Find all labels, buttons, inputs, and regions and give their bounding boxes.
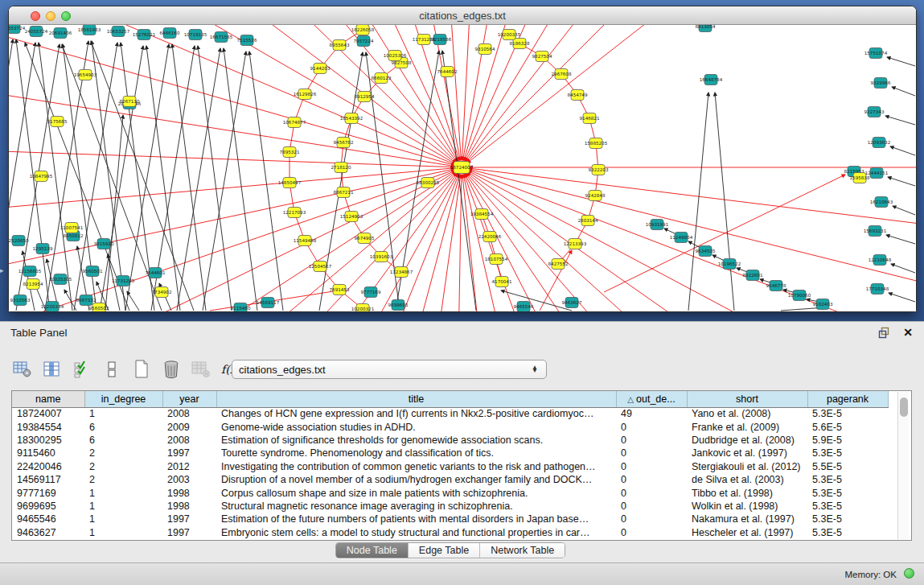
network-node[interactable]: 12504567: [309, 262, 332, 272]
table-scrollbar[interactable]: [897, 392, 909, 539]
network-node[interactable]: 12210648: [869, 255, 892, 266]
network-node[interactable]: 10200334: [41, 302, 64, 312]
network-node[interactable]: 9456782: [334, 138, 354, 148]
network-node[interactable]: 8813054: [696, 25, 716, 32]
network-node[interactable]: 6466160: [160, 28, 180, 39]
network-view[interactable]: 2055372424055724206914061856198310653257…: [9, 25, 916, 311]
table-cell[interactable]: 5.3E-5: [807, 486, 888, 499]
table-cell[interactable]: 1997: [162, 447, 216, 459]
network-node[interactable]: 2967608: [552, 69, 572, 80]
table-cell[interactable]: 2003: [162, 473, 216, 486]
table-cell[interactable]: 9465546: [12, 513, 84, 525]
table-row[interactable]: 911546021997Tourette syndrome. Phenomeno…: [12, 447, 888, 459]
table-cell[interactable]: Dudbridge et al. (2008): [687, 434, 807, 447]
table-cell[interactable]: 1: [84, 513, 162, 525]
network-node[interactable]: 9560501: [83, 266, 103, 277]
network-node[interactable]: 9146821: [580, 113, 600, 124]
network-node[interactable]: 10674877: [283, 117, 306, 128]
tab-network-table[interactable]: Network Table: [480, 543, 565, 558]
network-node[interactable]: 17710348: [866, 284, 889, 295]
network-node[interactable]: 9227343: [864, 107, 885, 117]
network-node[interactable]: 18561983: [78, 25, 101, 35]
memory-status-icon[interactable]: [904, 568, 914, 579]
table-cell[interactable]: 2008: [162, 434, 216, 447]
network-node[interactable]: 7644601: [146, 268, 166, 278]
table-settings-button[interactable]: [11, 359, 34, 380]
table-row[interactable]: 1872400712008Changes of HCN gene express…: [12, 407, 888, 420]
network-node[interactable]: 18300295: [417, 178, 440, 188]
network-node[interactable]: 9674905: [355, 233, 375, 244]
table-cell[interactable]: 6: [84, 420, 162, 433]
network-node[interactable]: 11549488: [294, 236, 317, 246]
column-header-out_de[interactable]: △out_de...: [616, 391, 687, 407]
table-cell[interactable]: 0: [616, 486, 687, 499]
table-cell[interactable]: Corpus callosum shape and size in male p…: [216, 486, 616, 499]
table-cell[interactable]: 5.6E-5: [807, 420, 888, 433]
table-cell[interactable]: 1997: [162, 513, 216, 525]
table-cell[interactable]: 9115460: [12, 447, 84, 459]
table-cell[interactable]: Investigating the contribution of common…: [216, 460, 616, 473]
table-cell[interactable]: 0: [616, 513, 687, 525]
column-visibility-button[interactable]: [41, 359, 64, 380]
table-cell[interactable]: 1: [84, 500, 162, 513]
table-cell[interactable]: 18300295: [12, 434, 84, 447]
table-cell[interactable]: 18724007: [12, 407, 84, 420]
table-cell[interactable]: 5.3E-5: [807, 526, 888, 539]
table-cell[interactable]: 5.3E-5: [807, 407, 888, 420]
table-cell[interactable]: 6: [84, 434, 162, 447]
network-node[interactable]: 22420046: [478, 232, 502, 242]
network-node[interactable]: 8912954: [355, 92, 375, 102]
table-cell[interactable]: 0: [616, 447, 687, 459]
table-cell[interactable]: 5.3E-5: [807, 473, 888, 486]
table-cell[interactable]: 5.3E-5: [807, 447, 888, 459]
network-node[interactable]: 12213393: [564, 239, 587, 249]
network-node[interactable]: 3175685: [47, 117, 68, 127]
table-row[interactable]: 1830029562008Estimation of significance …: [12, 434, 888, 447]
network-node[interactable]: 18226058: [351, 25, 375, 35]
table-cell[interactable]: Tourette syndrome. Phenomenology and cla…: [216, 447, 616, 459]
column-header-short[interactable]: short: [687, 391, 807, 407]
table-row[interactable]: 977716911998Corpus callosum shape and si…: [12, 486, 888, 499]
network-node[interactable]: 11249804: [670, 233, 693, 243]
network-node[interactable]: 15276021: [133, 30, 156, 40]
table-cell[interactable]: Yano et al. (2008): [687, 407, 807, 420]
table-cell[interactable]: 0: [616, 526, 687, 539]
network-node[interactable]: 9310564: [475, 44, 495, 55]
network-node[interactable]: 9699695: [388, 300, 409, 311]
network-node[interactable]: 12217093: [283, 208, 306, 218]
float-panel-icon[interactable]: [877, 326, 890, 339]
table-cell[interactable]: 5.3E-5: [807, 500, 888, 513]
table-cell[interactable]: Embryonic stem cells: a model to study s…: [216, 526, 616, 539]
delete-table-button[interactable]: [190, 359, 212, 380]
network-node[interactable]: 9777169: [361, 287, 381, 298]
table-cell[interactable]: 0: [616, 420, 687, 433]
table-cell[interactable]: Nakamura et al. (1997): [687, 513, 807, 525]
network-node[interactable]: 8454749: [568, 90, 588, 101]
table-cell[interactable]: Stergiakouli et al. (2012): [687, 460, 807, 473]
network-node[interactable]: 8660123: [372, 73, 392, 84]
window-titlebar[interactable]: citations_edges.txt: [9, 6, 916, 25]
network-node[interactable]: 8955643: [330, 40, 350, 51]
table-cell[interactable]: Tibbo et al. (1998): [687, 486, 807, 499]
network-node[interactable]: 15693231: [864, 226, 887, 237]
network-node[interactable]: 20691406: [49, 28, 72, 39]
table-cell[interactable]: 22420046: [12, 460, 84, 473]
table-cell[interactable]: Estimation of the future numbers of pati…: [216, 513, 616, 525]
network-node[interactable]: 15124903: [340, 212, 363, 222]
table-cell[interactable]: 1998: [162, 500, 216, 513]
table-cell[interactable]: 1: [84, 486, 162, 499]
network-node[interactable]: 10847995: [30, 171, 53, 182]
table-cell[interactable]: 1997: [162, 526, 216, 539]
network-node[interactable]: 14850497: [278, 178, 302, 188]
table-cell[interactable]: Changes of HCN gene expression and I(f) …: [216, 407, 616, 420]
table-cell[interactable]: 5.5E-5: [807, 460, 888, 473]
collapse-handle-icon[interactable]: ▸: [0, 266, 4, 274]
column-header-title[interactable]: title: [216, 391, 616, 407]
new-table-button[interactable]: [130, 359, 153, 380]
column-header-name[interactable]: name: [12, 391, 84, 407]
delete-entry-button[interactable]: [160, 359, 183, 380]
table-cell[interactable]: 0: [616, 500, 687, 513]
table-cell[interactable]: 9777169: [12, 486, 84, 499]
table-cell[interactable]: 1998: [162, 486, 216, 499]
network-node[interactable]: 9144203: [310, 64, 331, 74]
